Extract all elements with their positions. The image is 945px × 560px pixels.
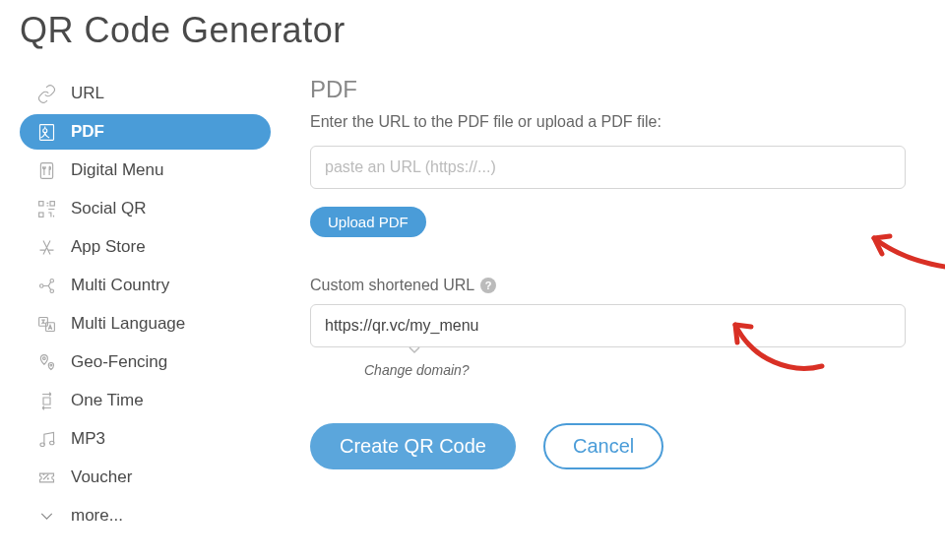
- pdf-url-input[interactable]: [310, 146, 906, 189]
- custom-url-input[interactable]: [310, 304, 906, 347]
- sidebar-item-label: URL: [71, 84, 104, 103]
- geofencing-icon: [35, 351, 57, 373]
- sidebar-item-multi-country[interactable]: Multi Country: [20, 268, 271, 303]
- chevron-down-icon: [35, 505, 57, 527]
- create-qr-button[interactable]: Create QR Code: [310, 423, 516, 469]
- sidebar-item-social-qr[interactable]: Social QR: [20, 191, 271, 226]
- custom-url-label: Custom shortened URL ?: [310, 277, 906, 294]
- sidebar-item-label: Geo-Fencing: [71, 352, 167, 372]
- sidebar-item-more[interactable]: more...: [20, 498, 271, 533]
- menu-icon: [35, 159, 57, 181]
- sidebar-item-label: App Store: [71, 237, 146, 257]
- sidebar-item-label: Social QR: [71, 199, 147, 218]
- social-icon: [35, 198, 57, 219]
- svg-rect-4: [50, 201, 54, 205]
- sidebar-item-geo-fencing[interactable]: Geo-Fencing: [20, 344, 271, 380]
- sidebar-item-app-store[interactable]: App Store: [20, 229, 271, 265]
- mp3-icon: [35, 428, 57, 450]
- multicountry-icon: [35, 275, 57, 296]
- sidebar-item-multi-language[interactable]: Multi Language: [20, 306, 271, 342]
- sidebar-item-label: Voucher: [71, 467, 132, 487]
- svg-point-1: [42, 128, 46, 132]
- svg-point-12: [50, 364, 52, 366]
- section-title: PDF: [310, 76, 906, 103]
- sidebar-item-label: PDF: [71, 122, 104, 142]
- svg-point-6: [39, 283, 43, 287]
- sidebar-item-url[interactable]: URL: [20, 76, 271, 111]
- svg-rect-5: [38, 213, 42, 217]
- sidebar-item-label: Multi Language: [71, 314, 185, 334]
- main-panel: PDF Enter the URL to the PDF file or upl…: [310, 76, 925, 536]
- change-domain-link[interactable]: Change domain?: [364, 362, 470, 378]
- multilanguage-icon: [35, 313, 57, 335]
- svg-rect-3: [38, 201, 42, 205]
- voucher-icon: [35, 467, 57, 488]
- annotation-arrow-1: [866, 218, 945, 278]
- upload-pdf-button[interactable]: Upload PDF: [310, 207, 426, 237]
- sidebar-item-label: One Time: [71, 391, 144, 410]
- pdf-icon: [35, 121, 57, 143]
- sidebar-item-digital-menu[interactable]: Digital Menu: [20, 153, 271, 188]
- sidebar-item-one-time[interactable]: One Time: [20, 383, 271, 418]
- cancel-button[interactable]: Cancel: [543, 423, 663, 469]
- sidebar-item-mp3[interactable]: MP3: [20, 421, 271, 457]
- appstore-icon: [35, 236, 57, 258]
- custom-url-label-text: Custom shortened URL: [310, 277, 474, 294]
- help-icon[interactable]: ?: [480, 278, 496, 293]
- sidebar-item-voucher[interactable]: Voucher: [20, 460, 271, 495]
- page-title: QR Code Generator: [20, 10, 925, 51]
- sidebar-item-pdf[interactable]: PDF: [20, 114, 271, 150]
- sidebar-item-label: Multi Country: [71, 276, 169, 295]
- svg-rect-2: [40, 162, 52, 178]
- sidebar-item-label: more...: [71, 506, 123, 526]
- sidebar-item-label: MP3: [71, 429, 105, 449]
- sidebar: URL PDF Digital Menu Social QR: [20, 76, 271, 536]
- sidebar-item-label: Digital Menu: [71, 160, 164, 180]
- link-icon: [35, 83, 57, 104]
- onetime-icon: [35, 390, 57, 411]
- svg-point-11: [42, 356, 45, 359]
- helper-text: Enter the URL to the PDF file or upload …: [310, 113, 906, 131]
